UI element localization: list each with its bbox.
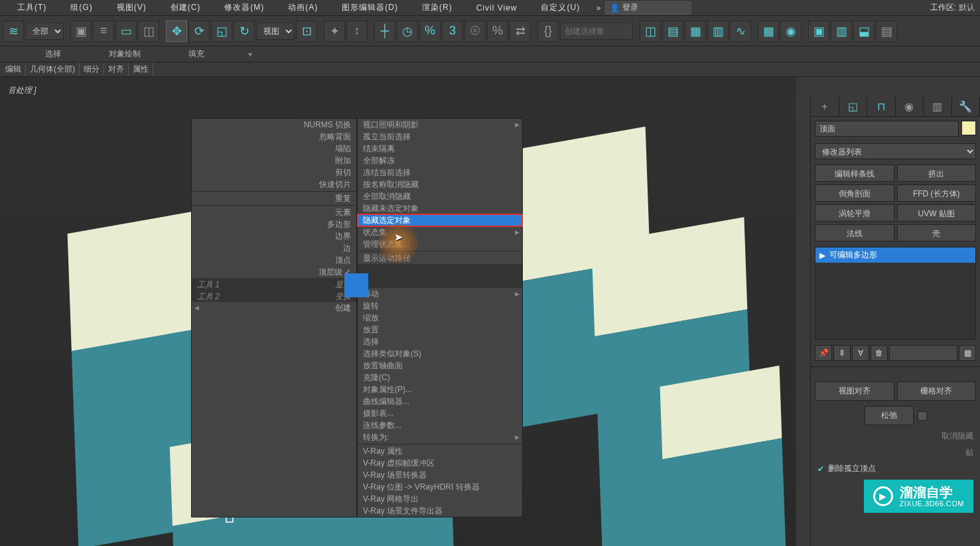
modify-tab-icon[interactable]: ◱ [839,97,868,116]
sr-subdivide[interactable]: 细分 [80,62,104,76]
modifier-list-select[interactable]: 修改器列表 [815,143,976,159]
qm-polygon[interactable]: 多边形 [192,218,356,230]
snap-toggle-icon[interactable]: ┼ [374,21,395,42]
qm-vray-props[interactable]: V-Ray 属性 [358,445,522,457]
qm-freeze-selection[interactable]: 冻结当前选择 [358,167,522,178]
schematic-view-icon[interactable]: ▦ [758,21,779,42]
make-unique-icon[interactable]: ∀ [852,345,869,361]
delete-iso-check[interactable]: ✔删除孤立顶点 [811,461,980,476]
edit-named-icon[interactable]: ⦾ [464,21,486,42]
menu-render[interactable]: 渲染(R) [410,2,464,13]
menu-civil-view[interactable]: Civil View [464,3,529,13]
qm-manage-state-sets[interactable]: 管理状态集... [358,238,522,250]
mod-extrude[interactable]: 挤出 [897,165,977,182]
qm-dope-sheet[interactable]: 摄影表... [358,407,522,419]
qm-unhide-by-name[interactable]: 按名称取消隐藏 [358,178,522,190]
menu-modifiers[interactable]: 修改器(M) [212,2,276,13]
qm-state-sets[interactable]: 状态集 [358,226,522,238]
hierarchy-tab-icon[interactable]: ⊓ [867,97,896,116]
qm-toplevel[interactable]: 顶层级 ✓ [192,266,356,278]
qm-place-pivot[interactable]: 放置轴曲面 [358,360,522,372]
mirror-icon[interactable]: ⇄ [510,21,531,42]
qm-attach[interactable]: 附加 [192,155,356,167]
qm-repeat[interactable]: 重复 [192,192,356,204]
stack-editable-poly[interactable]: ▶ 可编辑多边形 [815,247,975,263]
qm-isolate-selection[interactable]: 孤立当前选择 [358,131,522,143]
qm-rotate[interactable]: 旋转 [358,300,522,312]
object-name-input[interactable] [815,121,959,137]
qm-border[interactable]: 边界 [192,230,356,242]
menu-animation[interactable]: 动画(A) [276,2,330,13]
rect-select-icon[interactable]: ▭ [115,21,137,42]
qm-vray-scene-convert[interactable]: V-Ray 场景转换器 [358,469,522,481]
login-button[interactable]: 👤 登录 [605,1,691,15]
render-setup-icon[interactable]: ▣ [808,21,829,42]
display-tab-icon[interactable]: ▥ [924,97,952,116]
utilities-tab-icon[interactable]: 🔧 [952,97,981,116]
qm-unhide-all[interactable]: 全部取消隐藏 [358,190,522,202]
use-center-icon[interactable]: ⊡ [296,21,317,42]
sr-geometry[interactable]: 几何体(全部) [26,62,80,76]
mod-normal[interactable]: 法线 [815,224,894,241]
select-manipulate-icon[interactable]: ✦ [324,21,345,42]
scale-tool-icon[interactable]: ◱ [211,21,232,42]
select-by-name-icon[interactable]: ≡ [93,21,114,42]
qm-curve-editor[interactable]: 曲线编辑器... [358,395,522,407]
menu-overflow[interactable]: » [592,3,605,13]
qm-end-isolate[interactable]: 结束隔离 [358,143,522,155]
qm-hide-selection[interactable]: 隐藏选定对象 [358,214,522,226]
qm-ignore-backface[interactable]: 忽略背面 [192,131,356,143]
modifier-stack[interactable]: ▶ 可编辑多边形 [815,247,976,340]
qm-vray-bitmap[interactable]: V-Ray 位图 -> VRayHDRI 转换器 [358,481,522,493]
pin-stack-icon[interactable]: 📌 [815,345,832,361]
configure-sets-icon[interactable]: ▦ [959,345,976,361]
move-tool-icon[interactable]: ✥ [166,21,187,42]
qm-place[interactable]: 放置 [358,324,522,336]
object-color-swatch[interactable] [961,121,976,135]
mod-bevel-profile[interactable]: 倒角剖面 [815,184,894,202]
menu-create[interactable]: 创建(C) [159,2,213,13]
named-selection-input[interactable] [560,23,633,40]
render-icon[interactable]: ⬓ [853,21,875,42]
qm-show-motion-path[interactable]: 显示运动路径 [358,252,522,264]
qm-create[interactable]: 创建 [192,302,356,314]
align-icon[interactable]: ◫ [640,21,661,42]
ribbon-object-paint[interactable]: 对象绘制 [85,48,165,60]
window-crossing-icon[interactable]: ◫ [138,21,159,42]
select-object-icon[interactable]: ▣ [70,21,92,42]
scene-explorer-icon[interactable]: ▦ [685,21,706,42]
sr-edit[interactable]: 编辑 [1,62,26,76]
grid-align-button[interactable]: 栅格对齐 [897,381,977,401]
qm-scale[interactable]: 缩放 [358,312,522,324]
spinner-snap-icon[interactable]: 3 [442,21,463,42]
qm-object-props[interactable]: 对象属性(P)... [358,383,522,395]
qm-select[interactable]: 选择 [358,336,522,348]
material-editor-icon[interactable]: ◉ [780,21,802,42]
create-tab-icon[interactable]: + [811,97,839,116]
angle-snap-icon[interactable]: ◷ [397,21,418,42]
mod-shell[interactable]: 壳 [897,224,977,241]
keyboard-shortcut-icon[interactable]: ↕ [346,21,368,42]
menu-customize[interactable]: 自定义(U) [529,2,592,13]
qm-element[interactable]: 元素 [192,206,356,218]
qm-wire-params[interactable]: 连线参数... [358,419,522,431]
qm-collapse[interactable]: 塌陷 [192,143,356,155]
qm-nurms[interactable]: NURMS 切换 [192,119,356,131]
paste-label[interactable]: 贴 [811,444,980,461]
ref-coord-select[interactable]: 视图 [256,23,295,40]
selection-filter-icon[interactable]: ≋ [3,21,24,42]
ribbon-expand-icon[interactable]: ▾ [248,50,252,59]
qm-clone[interactable]: 克隆(C) [358,372,522,383]
qm-vertex[interactable]: 顶点 [192,254,356,266]
rotate-tool-icon[interactable]: ⟳ [188,21,210,42]
qm-viewport-lighting[interactable]: 视口照明和阴影 [358,119,522,131]
mod-edit-spline[interactable]: 编辑样条线 [815,165,894,182]
render-production-icon[interactable]: ▤ [876,21,897,42]
curly-icon[interactable]: {} [537,21,559,42]
qm-vray-scene-export[interactable]: V-Ray 场景文件导出器 [358,505,522,517]
mod-ffd-box[interactable]: FFD (长方体) [897,184,977,202]
mod-uvw-map[interactable]: UVW 贴图 [897,204,977,222]
unhide-label[interactable]: 取消隐藏 [811,428,980,444]
sr-properties[interactable]: 属性 [129,62,153,76]
motion-tab-icon[interactable]: ◉ [896,97,924,116]
